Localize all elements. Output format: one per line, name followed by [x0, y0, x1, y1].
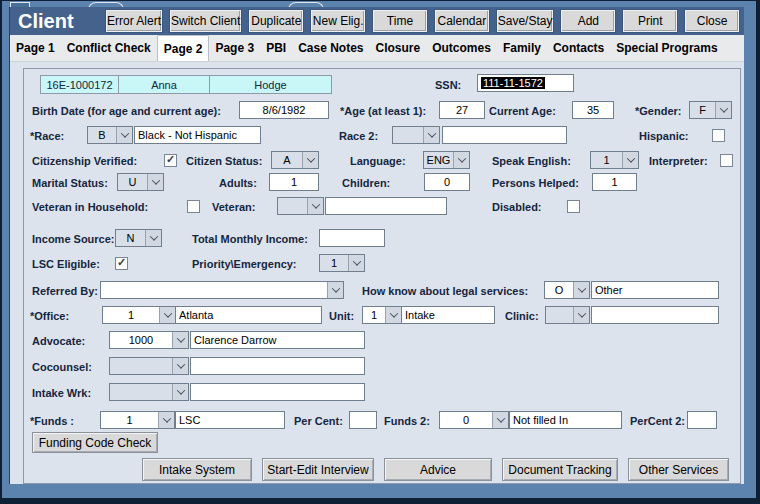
advocate-label: Advocate: [32, 335, 85, 347]
office-code-combo[interactable]: 1 [102, 306, 176, 324]
tab-case-notes[interactable]: Case Notes [292, 35, 369, 61]
tab-bar: Page 1 Conflict Check Page 2 Page 3 PBI … [10, 35, 744, 62]
gender-combo[interactable]: F [689, 101, 732, 119]
advocate-code-combo[interactable]: 1000 [109, 331, 189, 349]
print-button[interactable]: Print [623, 10, 677, 32]
veteran-code-combo[interactable] [277, 197, 324, 215]
marital-status-combo[interactable]: U [117, 173, 164, 191]
speak-english-label: Speak English: [492, 155, 571, 167]
calendar-button[interactable]: Calendar [435, 10, 489, 32]
birth-date-input[interactable]: 8/6/1982 [239, 101, 329, 119]
tab-special-programs[interactable]: Special Programs [610, 35, 723, 61]
priority-emergency-label: Priority\Emergency: [192, 258, 297, 270]
language-combo[interactable]: ENG [423, 151, 470, 169]
lsc-eligible-checkbox[interactable] [115, 257, 128, 270]
clinic-code-combo[interactable] [545, 306, 590, 324]
funds-label: *Funds : [30, 415, 74, 427]
intake-wrk-desc-field[interactable] [190, 383, 365, 401]
client-window: Client Error Alert Switch Client Duplica… [9, 7, 744, 484]
speak-english-combo[interactable]: 1 [590, 151, 639, 169]
race-desc-field[interactable]: Black - Not Hispanic [134, 126, 261, 144]
chevron-down-icon [573, 307, 589, 323]
tab-outcomes[interactable]: Outcomes [426, 35, 497, 61]
chevron-down-icon [327, 282, 343, 298]
percent2-label: PerCent 2: [630, 415, 685, 427]
persons-helped-input[interactable]: 1 [592, 173, 637, 191]
add-button[interactable]: Add [561, 10, 615, 32]
save-stay-button[interactable]: Save/Stay [497, 10, 554, 32]
how-know-code-combo[interactable]: O [544, 281, 590, 299]
tab-closure[interactable]: Closure [370, 35, 427, 61]
tab-conflict-check[interactable]: Conflict Check [61, 35, 157, 61]
new-elig-button[interactable]: New Elig. [311, 10, 365, 32]
funds-desc-field[interactable]: LSC [175, 411, 285, 429]
priority-emergency-combo[interactable]: 1 [319, 254, 365, 272]
disabled-label: Disabled: [492, 201, 542, 213]
other-services-button[interactable]: Other Services [628, 458, 729, 481]
duplicate-button[interactable]: Duplicate [249, 10, 303, 32]
intake-wrk-code-combo[interactable] [109, 383, 189, 401]
form-area: 16E-1000172 Anna Hodge SSN: 111-11-1572 … [10, 62, 744, 484]
advice-button[interactable]: Advice [384, 458, 492, 481]
hispanic-checkbox[interactable] [712, 129, 725, 142]
advocate-desc-field[interactable]: Clarence Darrow [190, 331, 365, 349]
interpreter-checkbox[interactable] [720, 154, 733, 167]
current-age-input[interactable]: 35 [572, 101, 614, 119]
race-code-combo[interactable]: B [87, 126, 133, 144]
tab-page-1[interactable]: Page 1 [10, 35, 61, 61]
race2-desc-field[interactable] [442, 126, 567, 144]
how-know-desc-field[interactable]: Other [591, 281, 719, 299]
unit-desc-field[interactable]: Intake [401, 306, 495, 324]
veteran-label: Veteran: [212, 201, 255, 213]
birth-date-label: Birth Date (for age and current age): [32, 105, 221, 117]
referred-by-label: Referred By: [32, 285, 98, 297]
funds2-code-combo[interactable]: 0 [439, 411, 509, 429]
race2-code-combo[interactable] [392, 126, 440, 144]
disabled-checkbox[interactable] [567, 200, 580, 213]
hispanic-label: Hispanic: [639, 130, 689, 142]
ssn-selected-text: 111-11-1572 [481, 77, 545, 89]
per-cent-input[interactable] [349, 411, 377, 429]
veteran-in-household-checkbox[interactable] [187, 200, 200, 213]
switch-client-button[interactable]: Switch Client [170, 10, 241, 32]
cocounsel-desc-field[interactable] [190, 357, 365, 375]
language-label: Language: [350, 155, 406, 167]
tab-family[interactable]: Family [497, 35, 547, 61]
document-tracking-button[interactable]: Document Tracking [502, 458, 618, 481]
ssn-input[interactable]: 111-11-1572 [477, 74, 574, 92]
how-know-label: How know about legal services: [362, 285, 528, 297]
citizenship-verified-checkbox[interactable] [164, 154, 177, 167]
funds-code-combo[interactable]: 1 [100, 411, 175, 429]
start-edit-interview-button[interactable]: Start-Edit Interview [262, 458, 374, 481]
referred-by-combo[interactable] [100, 281, 344, 299]
clinic-label: Clinic: [505, 310, 539, 322]
percent2-input[interactable] [687, 411, 717, 429]
veteran-desc-field[interactable] [325, 197, 447, 215]
children-input[interactable]: 0 [424, 173, 470, 191]
close-button[interactable]: Close [685, 10, 739, 32]
window-frame: Client Error Alert Switch Client Duplica… [0, 0, 760, 504]
tab-page-2[interactable]: Page 2 [157, 35, 210, 61]
adults-input[interactable]: 1 [269, 173, 319, 191]
funds2-desc-field[interactable]: Not filled In [509, 411, 622, 429]
total-monthly-income-input[interactable] [319, 229, 385, 247]
tab-page-3[interactable]: Page 3 [209, 35, 260, 61]
tab-pbi[interactable]: PBI [260, 35, 292, 61]
cocounsel-code-combo[interactable] [109, 357, 189, 375]
client-form-panel: 16E-1000172 Anna Hodge SSN: 111-11-1572 … [23, 68, 741, 484]
age-input[interactable]: 27 [439, 101, 485, 119]
citizen-status-combo[interactable]: A [271, 151, 319, 169]
chevron-down-icon [348, 255, 364, 271]
funding-code-check-button[interactable]: Funding Code Check [32, 432, 158, 453]
tab-contacts[interactable]: Contacts [547, 35, 610, 61]
error-alert-button[interactable]: Error Alert [106, 10, 162, 32]
income-source-label: Income Source: [32, 233, 115, 245]
clinic-desc-field[interactable] [591, 306, 719, 324]
intake-system-button[interactable]: Intake System [142, 458, 252, 481]
time-button[interactable]: Time [373, 10, 427, 32]
unit-code-combo[interactable]: 1 [362, 306, 402, 324]
office-desc-field[interactable]: Atlanta [175, 306, 322, 324]
total-monthly-income-label: Total Monthly Income: [192, 233, 308, 245]
income-source-combo[interactable]: N [115, 229, 162, 247]
lsc-eligible-label: LSC Eligible: [32, 258, 100, 270]
